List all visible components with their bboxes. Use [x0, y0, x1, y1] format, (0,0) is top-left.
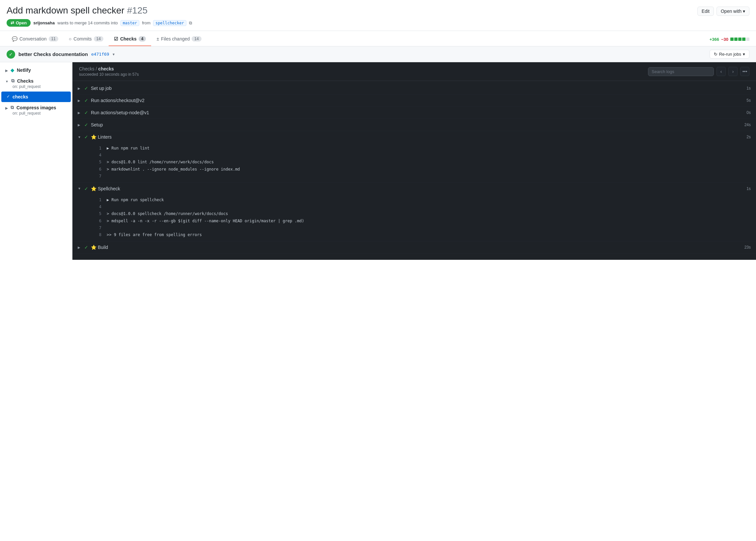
sidebar-netlify-label: Netlify	[17, 68, 31, 73]
log-step-linters-header[interactable]: ▼ ✓ ⭐ Linters 2s	[73, 131, 756, 143]
log-line: 1 ▶ Run npm run lint	[94, 145, 756, 152]
checks-icon: ☑	[114, 36, 118, 42]
sidebar-checks-header[interactable]: ▼ ⧉ Checks on: pull_request	[0, 75, 72, 92]
chevron-setup2-icon: ▶	[78, 123, 81, 127]
nav-prev-button[interactable]: ‹	[716, 67, 726, 76]
linters-log: 1 ▶ Run npm run lint 4 5 > docs@1.0.0 li…	[83, 144, 756, 181]
log-step-setup-header[interactable]: ▶ ✓ Setup 24s	[73, 119, 756, 131]
sidebar: ▶ ◆ Netlify ▼ ⧉ Checks on: pull_request …	[0, 62, 73, 260]
source-branch[interactable]: spellchecker	[153, 20, 187, 26]
diff-bars	[730, 38, 749, 41]
tab-checks[interactable]: ☑ Checks 4	[109, 32, 152, 46]
log-step-spellcheck-header[interactable]: ▼ ✓ ⭐ Spellcheck 1s	[73, 183, 756, 195]
chevron-right-compress-icon: ▶	[5, 106, 8, 110]
sidebar-item-netlify[interactable]: ▶ ◆ Netlify	[0, 65, 72, 75]
pr-meta: ⇄ Open srijonsaha wants to merge 14 comm…	[7, 19, 749, 27]
sidebar-compress-sub: on: pull_request	[13, 111, 68, 116]
log-line: 6 > markdownlint . --ignore node_modules…	[94, 166, 756, 173]
search-logs-input[interactable]	[648, 67, 714, 76]
panel-controls: ‹ › •••	[648, 67, 749, 76]
diff-stats: +366 −30	[710, 37, 749, 42]
rerun-jobs-button[interactable]: ↻ Re-run jobs ▾	[710, 50, 749, 59]
pr-title: Add markdown spell checker #125	[7, 5, 148, 16]
spellcheck-log: 1 ▶ Run npm run spellcheck 4 5 > docs@1.…	[83, 195, 756, 240]
sidebar-compress-section[interactable]: ▶ ⧉ Compress images on: pull_request	[0, 102, 72, 118]
diff-bar-4	[742, 38, 745, 41]
sidebar-checks-sub: on: pull_request	[13, 84, 68, 89]
log-line: 1 ▶ Run npm run spellcheck	[94, 197, 756, 204]
log-step-build: ▶ ✓ ⭐ Build 23s	[73, 242, 756, 254]
netlify-icon: ◆	[11, 68, 14, 73]
commit-info: ✓ better Checks documentation e471f69 ▾	[7, 50, 115, 59]
linters-content: 1 ▶ Run npm run lint 4 5 > docs@1.0.0 li…	[73, 143, 756, 183]
copy-icon[interactable]: ⧉	[189, 20, 192, 26]
sidebar-checks-section: ▼ ⧉ Checks on: pull_request ✓ checks	[0, 75, 72, 102]
compress-icon: ⧉	[11, 105, 14, 110]
chevron-build-icon: ▶	[78, 246, 81, 249]
merge-icon: ⇄	[11, 20, 14, 25]
target-branch[interactable]: master	[121, 20, 139, 26]
check-setup2-icon: ✓	[84, 122, 88, 128]
log-line: 5 > docs@1.0.0 lint /home/runner/work/do…	[94, 159, 756, 166]
log-line: 5 > docs@1.0.0 spellcheck /home/runner/w…	[94, 211, 756, 217]
chevron-right-icon: ▶	[5, 69, 8, 72]
check-linters-icon: ✓	[84, 134, 88, 140]
log-step-checkout-header[interactable]: ▶ ✓ Run actions/checkout@v2 5s	[73, 95, 756, 106]
sidebar-checks-label: Checks	[17, 78, 34, 84]
open-with-button[interactable]: Open with ▾	[716, 7, 749, 16]
log-step-checkout: ▶ ✓ Run actions/checkout@v2 5s	[73, 95, 756, 107]
tab-files-changed[interactable]: ± Files changed 14	[151, 32, 206, 46]
checks-sidebar-icon: ⧉	[11, 78, 15, 84]
refresh-icon: ↻	[714, 52, 717, 57]
chevron-setup-icon: ▶	[78, 87, 81, 90]
chevron-spell-icon: ▼	[78, 187, 81, 190]
check-checkout-icon: ✓	[84, 98, 88, 103]
star-build-icon: ⭐	[91, 245, 97, 250]
check-node-icon: ✓	[84, 110, 88, 115]
log-step-setup-node: ▶ ✓ Run actions/setup-node@v1 0s	[73, 107, 756, 119]
pr-number: #125	[127, 5, 148, 15]
chevron-node-icon: ▶	[78, 111, 81, 115]
chevron-hash-icon: ▾	[113, 52, 115, 57]
chevron-linters-icon: ▼	[78, 135, 81, 139]
tab-conversation[interactable]: 💬 Conversation 11	[7, 32, 64, 46]
log-line: 7	[94, 225, 756, 232]
commit-bar: ✓ better Checks documentation e471f69 ▾ …	[0, 46, 756, 62]
main-panel: Checks / checks succeeded 10 seconds ago…	[73, 62, 756, 260]
chevron-down-icon: ▾	[743, 9, 745, 14]
header-actions: Edit Open with ▾	[697, 7, 749, 16]
log-line: 8 >> 9 files are free from spelling erro…	[94, 232, 756, 239]
tabs-bar: 💬 Conversation 11 ○ Commits 14 ☑ Checks …	[0, 32, 756, 46]
panel-subtitle: succeeded 10 seconds ago in 57s	[79, 72, 139, 77]
log-line: 4	[94, 204, 756, 211]
log-step-build-header[interactable]: ▶ ✓ ⭐ Build 23s	[73, 242, 756, 253]
log-step-spellcheck: ▼ ✓ ⭐ Spellcheck 1s 1 ▶ Run npm run spel…	[73, 183, 756, 242]
diff-bar-2	[734, 38, 738, 41]
log-step-setup-job-header[interactable]: ▶ ✓ Set up job 1s	[73, 82, 756, 94]
panel-breadcrumb: Checks / checks	[79, 66, 139, 71]
log-step-setup-node-header[interactable]: ▶ ✓ Run actions/setup-node@v1 0s	[73, 107, 756, 119]
panel-header: Checks / checks succeeded 10 seconds ago…	[73, 62, 756, 81]
nav-next-button[interactable]: ›	[728, 67, 738, 76]
log-step-linters: ▼ ✓ ⭐ Linters 2s 1 ▶ Run npm run lint 4	[73, 131, 756, 183]
chevron-down-checks-icon: ▼	[5, 80, 9, 83]
edit-button[interactable]: Edit	[697, 7, 714, 16]
diff-bar-3	[738, 38, 741, 41]
tab-commits[interactable]: ○ Commits 14	[64, 32, 109, 46]
check-build-icon: ✓	[84, 245, 88, 250]
sidebar-compress-label: Compress images	[16, 105, 56, 110]
log-line: 6 > mdspell -a -n -x -r --en-gb $(git di…	[94, 218, 756, 225]
chevron-checkout-icon: ▶	[78, 99, 81, 102]
star-spell-icon: ⭐	[91, 186, 97, 191]
content-area: ▶ ◆ Netlify ▼ ⧉ Checks on: pull_request …	[0, 62, 756, 260]
check-setup-icon: ✓	[84, 86, 88, 91]
log-step-setup-job: ▶ ✓ Set up job 1s	[73, 82, 756, 95]
sidebar-item-checks[interactable]: ✓ checks	[1, 92, 71, 102]
star-linters-icon: ⭐	[91, 134, 97, 140]
pr-header: Add markdown spell checker #125 Edit Ope…	[0, 0, 756, 31]
diff-bar-1	[730, 38, 734, 41]
commit-hash[interactable]: e471f69	[91, 52, 109, 57]
check-active-icon: ✓	[7, 94, 10, 99]
more-options-button[interactable]: •••	[740, 67, 749, 76]
check-spell-icon: ✓	[84, 186, 88, 191]
